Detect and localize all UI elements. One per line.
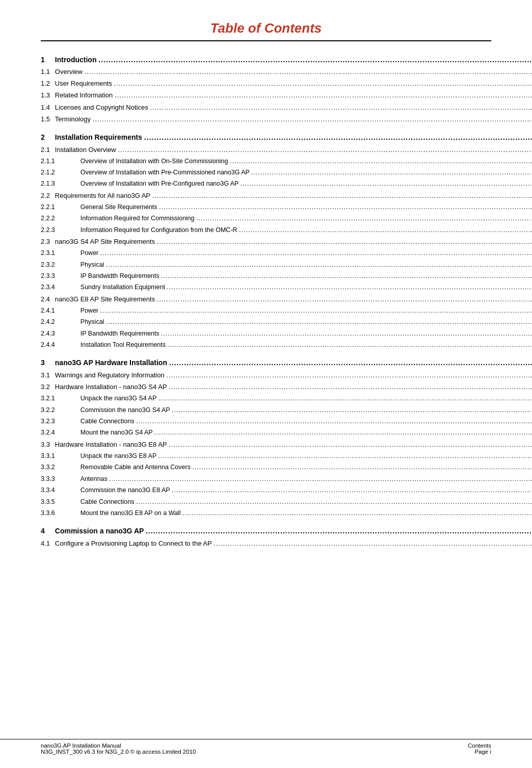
toc-row: 2.4.3IP Bandwidth Requirements .........… (41, 328, 532, 339)
toc-num: 3.3.5 (41, 496, 55, 507)
toc-title: Overview of Installation with Pre-Commis… (55, 167, 532, 178)
toc-row: 3.2.1Unpack the nano3G S4 AP ...........… (41, 393, 532, 404)
footer-right-line2: Page i (468, 749, 491, 755)
toc-row (41, 351, 532, 357)
toc-row: 2.1.3Overview of Installation with Pre-C… (41, 178, 532, 190)
toc-title: Physical ...............................… (55, 317, 532, 328)
page-title: Table of Contents (41, 20, 491, 36)
toc-title: Hardware Installation - nano3G E8 AP ...… (55, 439, 532, 450)
toc-num: 3.2 (41, 381, 55, 393)
toc-num: 2.4.2 (41, 317, 55, 328)
toc-row: 2.4.4Installation Tool Requirements ....… (41, 340, 532, 351)
toc-title: Terminology ............................… (55, 113, 532, 125)
toc-num: 2.4 (41, 293, 55, 305)
toc-title: Unpack the nano3G S4 AP ................… (55, 393, 532, 404)
toc-num: 2 (41, 131, 55, 144)
toc-num: 4 (41, 525, 55, 538)
toc-num: 2.1.2 (41, 167, 55, 178)
footer-left-line1: nano3G AP Installation Manual (41, 743, 196, 749)
toc-row: 3.1Warnings and Regulatory Information .… (41, 370, 532, 381)
toc-num: 3.2.1 (41, 393, 55, 404)
toc-title: Configure a Provisioning Laptop to Conne… (55, 537, 532, 549)
toc-row: 2.1.1Overview of Installation with On-Si… (41, 156, 532, 167)
title-divider (41, 40, 491, 41)
toc-num: 2.3.2 (41, 259, 55, 270)
toc-row: 1Introduction ..........................… (41, 54, 532, 66)
toc-num: 2.3.3 (41, 271, 55, 282)
footer-right-line1: Contents (468, 743, 491, 749)
toc-row: 2.2.3Information Required for Configurat… (41, 224, 532, 236)
toc-row: 3.3.6Mount the nano3G E8 AP on a Wall ..… (41, 507, 532, 519)
toc-num: 2.1.3 (41, 178, 55, 190)
toc-num: 3.3.6 (41, 507, 55, 519)
toc-title: Antennas ...............................… (55, 473, 532, 484)
toc-row: 4.1Configure a Provisioning Laptop to Co… (41, 537, 532, 549)
toc-row: 2.3.1Power .............................… (41, 248, 532, 259)
toc-row: 2.3.2Physical ..........................… (41, 259, 532, 270)
toc-row: 2.3.3IP Bandwidth Requirements .........… (41, 271, 532, 282)
toc-row: 2.2Requirements for All nano3G AP ......… (41, 190, 532, 201)
toc-title: Warnings and Regulatory Information ....… (55, 370, 532, 381)
toc-num: 1.1 (41, 66, 55, 78)
toc-row: 2.4nano3G E8 AP Site Requirements ......… (41, 293, 532, 305)
toc-num: 3.3.1 (41, 451, 55, 462)
toc-num: 1.2 (41, 78, 55, 90)
toc-num: 3.2.2 (41, 404, 55, 416)
toc-row: 2.3nano3G S4 AP Site Requirements ......… (41, 236, 532, 248)
toc-num: 3.3.3 (41, 473, 55, 484)
toc-row: 2.3.4Sundry Installation Equipment .....… (41, 282, 532, 293)
toc-row (41, 125, 532, 131)
toc-title: Mount the nano3G S4 AP .................… (55, 427, 532, 439)
toc-title: User Requirements ......................… (55, 78, 532, 90)
toc-num: 2.3 (41, 236, 55, 248)
toc-title: Information Required for Configuration f… (55, 224, 532, 236)
toc-num: 3.2.4 (41, 427, 55, 439)
toc-title: Information Required for Commissioning .… (55, 213, 532, 224)
toc-num: 3.2.3 (41, 416, 55, 427)
toc-row: 1.1Overview ............................… (41, 66, 532, 78)
toc-title: Installation Overview ..................… (55, 144, 532, 156)
footer-right: Contents Page i (468, 743, 491, 755)
toc-title: Unpack the nano3G E8 AP ................… (55, 451, 532, 462)
toc-title: Overview ...............................… (55, 66, 532, 78)
toc-row: 3.3.4Commission the nano3G E8 AP .......… (41, 485, 532, 496)
toc-title: IP Bandwidth Requirements ..............… (55, 328, 532, 339)
toc-row: 3.2.2Commission the nano3G S4 AP .......… (41, 404, 532, 416)
toc-num: 3.3.2 (41, 462, 55, 473)
toc-title: Overview of Installation with Pre-Config… (55, 178, 532, 190)
toc-num: 1 (41, 54, 55, 66)
footer-left-line2: N3G_INST_300 v6.3 for N3G_2.0 © ip.acces… (41, 749, 196, 755)
toc-row: 3.2Hardware Installation - nano3G S4 AP … (41, 381, 532, 393)
toc-title: Sundry Installation Equipment ..........… (55, 282, 532, 293)
toc-num: 2.4.1 (41, 305, 55, 316)
toc-num: 2.2.3 (41, 224, 55, 236)
toc-num: 3.3 (41, 439, 55, 450)
toc-num: 2.2 (41, 190, 55, 201)
toc-row: 1.2User Requirements ...................… (41, 78, 532, 90)
toc-title: General Site Requirements ..............… (55, 201, 532, 213)
toc-num: 1.3 (41, 90, 55, 101)
toc-num: 2.3.4 (41, 282, 55, 293)
toc-title: Hardware Installation - nano3G S4 AP ...… (55, 381, 532, 393)
toc-title: Cable Connections ......................… (55, 496, 532, 507)
toc-title: nano3G S4 AP Site Requirements .........… (55, 236, 532, 248)
toc-row: 3.3.1Unpack the nano3G E8 AP ...........… (41, 451, 532, 462)
toc-num: 2.4.3 (41, 328, 55, 339)
toc-num: 3 (41, 357, 55, 370)
toc-num: 1.4 (41, 101, 55, 113)
toc-num: 2.1 (41, 144, 55, 156)
toc-title: Requirements for All nano3G AP .........… (55, 190, 532, 201)
toc-title: nano3G AP Hardware Installation ........… (55, 357, 532, 370)
toc-row: 2.4.1Power .............................… (41, 305, 532, 316)
toc-num: 2.3.1 (41, 248, 55, 259)
toc-row: 3.2.3Cable Connections .................… (41, 416, 532, 427)
toc-row: 3.3Hardware Installation - nano3G E8 AP … (41, 439, 532, 450)
toc-title: Installation Requirements ..............… (55, 131, 532, 144)
toc-num: 4.1 (41, 537, 55, 549)
toc-row: 1.5Terminology .........................… (41, 113, 532, 125)
toc-row: 2.4.2Physical ..........................… (41, 317, 532, 328)
footer-left: nano3G AP Installation Manual N3G_INST_3… (41, 743, 196, 755)
toc-title: Overview of Installation with On-Site Co… (55, 156, 532, 167)
toc-row: 2.1Installation Overview ...............… (41, 144, 532, 156)
toc-row: 1.4Licenses and Copyright Notices ......… (41, 101, 532, 113)
